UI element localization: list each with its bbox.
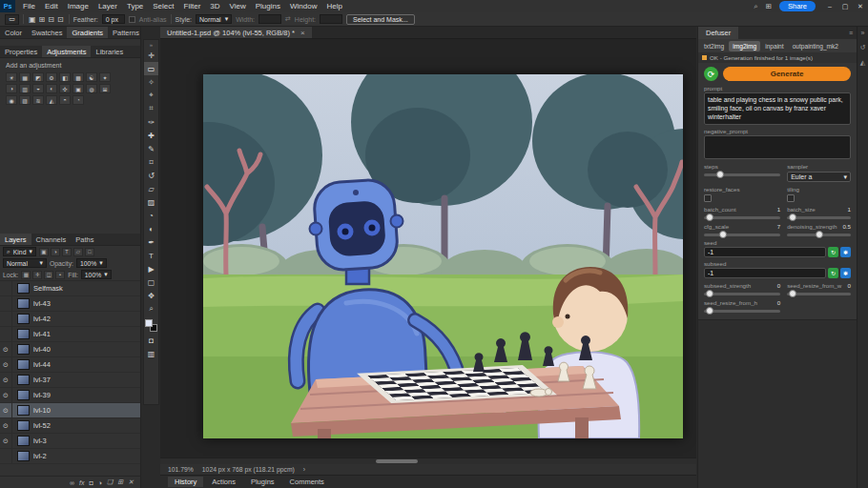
active-tool-icon[interactable]: ▭ <box>5 14 19 25</box>
slider-thumb[interactable] <box>706 214 713 221</box>
gradient-tool[interactable]: ▨ <box>144 195 158 209</box>
document-tab[interactable]: Untitled-1.psd @ 104% (lvl-55, RGB/8) * … <box>160 27 312 38</box>
adjustment-icon[interactable]: ◍ <box>86 84 97 93</box>
link-layers-icon[interactable]: ∞ <box>70 479 74 486</box>
sd-settings-icon[interactable]: ⟳ <box>704 67 718 81</box>
layer-row[interactable]: ⊙ lvl-42 <box>0 312 140 327</box>
panel-tab[interactable]: Channels <box>31 234 72 245</box>
menu-item[interactable]: Edit <box>40 0 63 12</box>
menu-item[interactable]: Type <box>122 0 148 12</box>
history-brush-tool[interactable]: ↺ <box>144 169 158 182</box>
search-icon[interactable]: ⌕ <box>750 0 761 12</box>
adjustment-icon[interactable]: ▦ <box>19 72 31 82</box>
layer-row[interactable]: ⊙ Selfmask <box>0 281 140 296</box>
dodge-tool[interactable]: ◐ <box>144 222 158 235</box>
adjustment-icon[interactable]: ▩ <box>72 72 84 82</box>
random-subseed-button[interactable]: ✱ <box>840 268 851 278</box>
menu-item[interactable]: Layer <box>93 0 122 12</box>
layer-row[interactable]: ⊙ lvl-52 <box>0 418 140 434</box>
history-panel-icon[interactable]: ↺ <box>860 44 866 51</box>
zoom-level[interactable]: 101.79% <box>168 466 194 473</box>
layer-row[interactable]: ⊙ lvl-40 <box>0 342 140 357</box>
toolbar-collapse-icon[interactable]: » <box>150 41 153 49</box>
status-arrow-icon[interactable]: › <box>303 466 305 473</box>
panel-tab[interactable]: Swatches <box>27 27 68 38</box>
panel-tab[interactable]: Paths <box>71 234 98 245</box>
lasso-tool[interactable]: ✧ <box>144 75 158 89</box>
sd-mode-tab[interactable]: txt2img <box>700 41 728 51</box>
close-button[interactable]: ✕ <box>853 0 868 12</box>
new-selection-icon[interactable]: ▣ <box>28 15 37 24</box>
panel-tab[interactable]: Libraries <box>91 46 128 57</box>
adjustment-icon[interactable]: ◉ <box>6 95 17 105</box>
quick-mask-icon[interactable]: ◘ <box>144 334 158 347</box>
healing-brush-tool[interactable]: ✚ <box>144 129 158 142</box>
comments-panel-icon[interactable]: ◭ <box>860 59 865 67</box>
menu-item[interactable]: Plugins <box>251 0 285 12</box>
panel-menu-icon[interactable]: ≡ <box>849 30 857 36</box>
menu-item[interactable]: Select <box>148 0 178 12</box>
layer-visibility-toggle[interactable]: ⊙ <box>0 418 12 433</box>
adjustment-icon[interactable]: ☯ <box>86 72 97 82</box>
layer-effects-icon[interactable]: fx <box>79 479 84 486</box>
canvas-image[interactable] <box>203 74 683 438</box>
layer-filter-icon[interactable]: ▱ <box>73 248 83 256</box>
close-document-icon[interactable]: × <box>300 29 305 37</box>
sd-mode-tab[interactable]: outpainting_mk2 <box>789 41 842 51</box>
dock-tab[interactable]: Comments <box>283 477 331 487</box>
layer-row[interactable]: ⊙ lvl-43 <box>0 296 140 312</box>
random-seed-button[interactable]: ✱ <box>840 247 851 257</box>
layer-visibility-toggle[interactable]: ⊙ <box>0 327 12 341</box>
lock-icon[interactable]: ▪ <box>55 271 65 279</box>
photoshop-logo-icon[interactable]: Ps <box>0 0 15 12</box>
horizontal-scrollbar[interactable] <box>160 458 696 464</box>
delete-layer-icon[interactable]: ✕ <box>128 478 134 486</box>
negative-prompt-textarea[interactable] <box>704 135 851 159</box>
move-tool[interactable]: ✛ <box>144 49 158 62</box>
shape-tool[interactable]: ▢ <box>144 275 158 289</box>
seed-input[interactable] <box>704 247 826 257</box>
height-input[interactable] <box>320 14 342 24</box>
sd-panel-title-tab[interactable]: Defuser <box>698 27 738 39</box>
style-select[interactable]: Normal▾ <box>196 14 232 24</box>
layer-filter-icon[interactable]: T <box>62 248 72 256</box>
layer-visibility-toggle[interactable]: ⊙ <box>0 449 12 463</box>
sampler-select[interactable]: Euler a▾ <box>787 172 851 182</box>
panel-tab[interactable]: Properties <box>0 46 42 57</box>
adjustment-icon[interactable]: ✦ <box>99 72 111 82</box>
layer-mask-icon[interactable]: ◘ <box>90 479 93 486</box>
layer-visibility-toggle[interactable]: ⊙ <box>0 403 12 417</box>
adjustment-icon[interactable]: ✣ <box>59 84 71 93</box>
layer-visibility-toggle[interactable]: ⊙ <box>0 357 12 372</box>
layer-visibility-toggle[interactable]: ⊙ <box>0 434 12 448</box>
add-selection-icon[interactable]: ⊞ <box>38 15 47 24</box>
layer-visibility-toggle[interactable]: ⊙ <box>0 312 12 326</box>
zoom-tool[interactable]: ⌕ <box>144 302 158 315</box>
menu-item[interactable]: File <box>18 0 40 12</box>
adjustment-icon[interactable]: ⊞ <box>99 84 111 93</box>
slider-thumb[interactable] <box>716 171 724 178</box>
generate-button[interactable]: Generate <box>723 67 851 81</box>
share-button[interactable]: Share <box>779 1 816 11</box>
blend-mode-select[interactable]: Normal▾ <box>3 258 47 268</box>
dock-tab[interactable]: History <box>168 477 203 487</box>
adjustment-icon[interactable]: ◧ <box>59 72 71 82</box>
subseed-strength-slider[interactable] <box>704 293 780 295</box>
crop-tool[interactable]: ⌗ <box>144 102 158 115</box>
layer-group-icon[interactable]: ❏ <box>107 478 113 486</box>
slider-thumb[interactable] <box>789 214 796 221</box>
lock-icon[interactable]: ◫ <box>44 271 53 279</box>
menu-item[interactable]: Window <box>285 0 321 12</box>
menu-item[interactable]: Image <box>63 0 93 12</box>
adjustment-icon[interactable]: ◒ <box>32 84 44 93</box>
adjustment-icon[interactable]: ◭ <box>46 95 57 105</box>
adjustment-icon[interactable]: ≋ <box>32 95 44 105</box>
minimize-button[interactable]: – <box>822 0 837 12</box>
reuse-seed-button[interactable]: ↻ <box>828 247 838 257</box>
panel-tab[interactable]: Patterns <box>108 27 144 38</box>
new-layer-icon[interactable]: ⊞ <box>117 478 123 486</box>
sd-mode-tab[interactable]: img2img <box>729 41 760 51</box>
slider-thumb[interactable] <box>719 231 727 238</box>
object-selection-tool[interactable]: ⌖ <box>144 89 158 102</box>
layer-visibility-toggle[interactable]: ⊙ <box>0 281 12 295</box>
